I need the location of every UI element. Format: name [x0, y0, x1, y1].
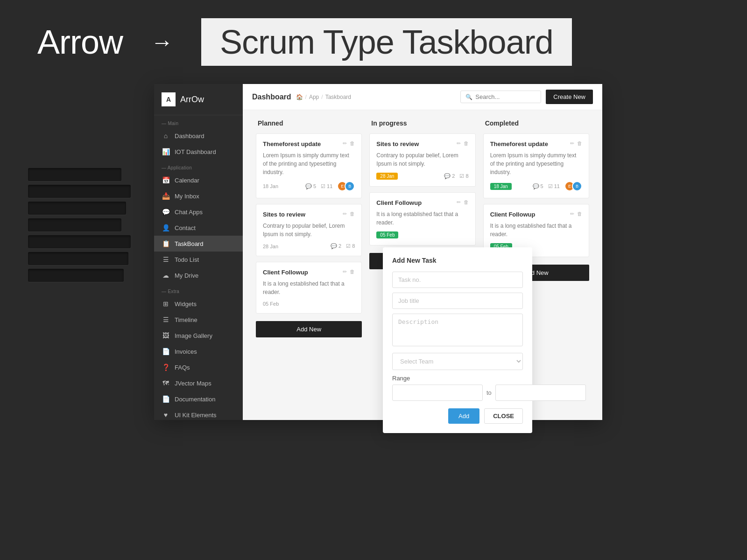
- search-icon: 🔍: [465, 94, 472, 100]
- task-actions: ✏ 🗑: [570, 211, 582, 217]
- description-input[interactable]: [392, 314, 523, 346]
- sidebar-item-widgets[interactable]: ⊞ Widgets: [154, 296, 243, 312]
- task-body: It is a long established fact that a rea…: [490, 222, 582, 238]
- task-actions: ✏ 🗑: [457, 199, 469, 205]
- task-no-input[interactable]: [392, 272, 523, 288]
- task-card-header: Themeforest update ✏ 🗑: [490, 140, 582, 147]
- comment-count: 💬 2: [444, 173, 455, 179]
- sidebar-item-calendar[interactable]: 📅 Calendar: [154, 172, 243, 188]
- edit-icon[interactable]: ✏: [343, 140, 347, 147]
- task-count: ☑ 8: [459, 173, 468, 179]
- sidebar-item-contact[interactable]: 👤 Contact: [154, 220, 243, 236]
- modal-footer: Add CLOSE: [392, 408, 523, 424]
- task-title: Themeforest update: [263, 140, 321, 147]
- task-card: Client Followup ✏ 🗑 It is a long establi…: [256, 262, 362, 314]
- delete-icon[interactable]: 🗑: [577, 211, 582, 217]
- delete-icon[interactable]: 🗑: [464, 199, 469, 205]
- sidebar-item-inbox[interactable]: 📥 My Inbox: [154, 188, 243, 204]
- breadcrumb-home-icon: 🏠: [296, 94, 303, 100]
- modal-field-jobtitle: [392, 293, 523, 309]
- sidebar-section-main: — Main ⌂ Dashboard 📊 IOT Dashboard: [154, 115, 243, 160]
- task-body: Contrary to popular belief, Lorem Ipsum …: [376, 151, 468, 168]
- sidebar-section-label-main: — Main: [154, 115, 243, 128]
- edit-icon[interactable]: ✏: [457, 199, 461, 205]
- task-title: Client Followup: [490, 211, 536, 218]
- task-card-header: Client Followup ✏ 🗑: [490, 211, 582, 218]
- range-separator: to: [486, 389, 492, 396]
- range-from-input[interactable]: [392, 385, 483, 401]
- sidebar-item-faqs[interactable]: ❓ FAQs: [154, 359, 243, 375]
- edit-icon[interactable]: ✏: [457, 140, 461, 147]
- sidebar-section-application: — Application 📅 Calendar 📥 My Inbox 💬 Ch…: [154, 160, 243, 283]
- select-team-dropdown[interactable]: Select Team: [392, 353, 523, 370]
- task-meta: 💬 5 ☑ 11 E B: [305, 181, 355, 191]
- add-new-button-planned[interactable]: Add New: [256, 321, 362, 337]
- sidebar-section-label-app: — Application: [154, 160, 243, 172]
- sidebar-item-todolist[interactable]: ☰ Todo List: [154, 252, 243, 267]
- task-avatars: E B: [564, 181, 582, 191]
- task-date: 28 Jan: [263, 244, 278, 249]
- topbar-right: 🔍 Create New: [460, 90, 593, 104]
- edit-icon[interactable]: ✏: [570, 211, 574, 217]
- sidebar-item-dashboard[interactable]: ⌂ Dashboard: [154, 128, 243, 144]
- topbar-left: Dashboard 🏠 / App / Taskboard: [252, 93, 351, 101]
- comment-count: 💬 2: [331, 243, 341, 249]
- edit-icon[interactable]: ✏: [343, 269, 347, 275]
- task-count: ☑ 8: [346, 243, 355, 249]
- task-title: Client Followup: [376, 199, 422, 206]
- task-count: ☑ 11: [321, 183, 332, 189]
- delete-icon[interactable]: 🗑: [350, 211, 355, 217]
- delete-icon[interactable]: 🗑: [464, 140, 469, 147]
- sidebar-item-label: Widgets: [175, 301, 197, 308]
- sidebar-item-invoices[interactable]: 📄 Invoices: [154, 343, 243, 359]
- sidebar-item-label: Timeline: [175, 316, 197, 323]
- decorative-bars: [28, 168, 131, 282]
- sidebar-item-label: UI Kit Elements: [175, 412, 217, 419]
- sidebar-item-jvector[interactable]: 🗺 JVector Maps: [154, 375, 243, 391]
- task-title: Themeforest update: [490, 140, 548, 147]
- sidebar-item-timeline[interactable]: ☰ Timeline: [154, 312, 243, 328]
- task-meta: 💬 2 ☑ 8: [444, 173, 468, 179]
- edit-icon[interactable]: ✏: [343, 211, 347, 217]
- hero-right-text: Scrum Type Taskboard: [201, 18, 572, 66]
- taskboard-icon: 📋: [162, 240, 170, 247]
- hero-section: Arrow → Scrum Type Taskboard: [0, 0, 747, 84]
- sidebar-item-label: Chat Apps: [175, 209, 203, 216]
- sidebar-item-taskboard[interactable]: 📋 TaskBoard: [154, 236, 243, 252]
- sidebar-item-label: My Inbox: [175, 193, 199, 200]
- sidebar-item-gallery[interactable]: 🖼 Image Gallery: [154, 328, 243, 343]
- delete-icon[interactable]: 🗑: [350, 140, 355, 147]
- task-card: Sites to review ✏ 🗑 Contrary to popular …: [369, 133, 475, 187]
- delete-icon[interactable]: 🗑: [350, 269, 355, 275]
- uikit-icon: ♥: [162, 411, 170, 419]
- deco-bar: [28, 185, 131, 198]
- delete-icon[interactable]: 🗑: [577, 140, 582, 147]
- sidebar-logo: A ArrOw: [154, 84, 243, 115]
- topbar: Dashboard 🏠 / App / Taskboard 🔍 Create N…: [243, 84, 602, 110]
- logo-text: ArrOw: [180, 95, 204, 105]
- task-count: ☑ 11: [548, 183, 560, 189]
- todolist-icon: ☰: [162, 256, 170, 263]
- sidebar-item-docs[interactable]: 📄 Documentation: [154, 391, 243, 407]
- sidebar-item-label: Image Gallery: [175, 332, 212, 339]
- task-card-header: Sites to review ✏ 🗑: [263, 211, 355, 218]
- hero-arrow-icon: →: [151, 29, 173, 55]
- add-task-button[interactable]: Add: [448, 408, 479, 424]
- task-actions: ✏ 🗑: [343, 211, 355, 217]
- create-new-button[interactable]: Create New: [546, 90, 593, 104]
- deco-bar: [28, 235, 131, 248]
- sidebar-item-iot[interactable]: 📊 IOT Dashboard: [154, 144, 243, 160]
- search-input[interactable]: [475, 93, 536, 100]
- sidebar-item-uikit[interactable]: ♥ UI Kit Elements: [154, 407, 243, 420]
- close-modal-button[interactable]: CLOSE: [484, 408, 523, 424]
- sidebar-section-label-extra: — Extra: [154, 283, 243, 296]
- sidebar-item-mydrive[interactable]: ☁ My Drive: [154, 267, 243, 283]
- edit-icon[interactable]: ✏: [570, 140, 574, 147]
- sidebar-item-label: Todo List: [175, 256, 199, 263]
- job-title-input[interactable]: [392, 293, 523, 309]
- sidebar-item-chat[interactable]: 💬 Chat Apps: [154, 204, 243, 220]
- breadcrumb-app: App: [309, 94, 319, 100]
- task-date: 05 Feb: [263, 301, 279, 307]
- range-to-input[interactable]: [495, 385, 586, 401]
- task-title: Sites to review: [376, 140, 419, 147]
